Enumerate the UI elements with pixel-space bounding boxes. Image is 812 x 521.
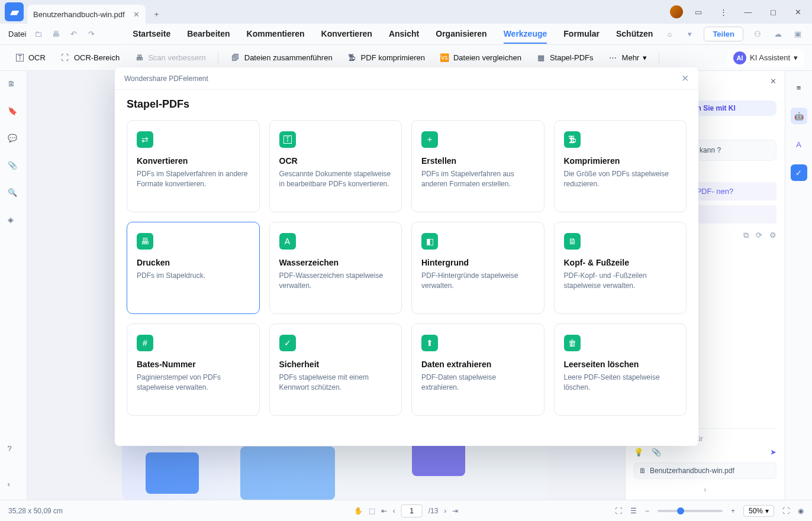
bulb-icon[interactable]: ☼	[663, 28, 675, 40]
panel-icon[interactable]: ▭	[689, 2, 708, 21]
tab-werkzeuge[interactable]: Werkzeuge	[504, 25, 547, 44]
batch-card-daten-extrahieren[interactable]: ⬆Daten extrahierenPDF-Daten stapelweise …	[411, 323, 544, 416]
document-tab[interactable]: Benutzerhandbuch-win.pdf ✕	[27, 5, 146, 24]
batch-card-hintergrund[interactable]: ◧HintergrundPDF-Hintergründe stapelweise…	[411, 222, 544, 314]
box-icon[interactable]: ▣	[792, 28, 804, 40]
ai-chat-icon[interactable]: 🤖	[791, 108, 807, 124]
redo-icon[interactable]: ↷	[85, 28, 97, 40]
modal-close-icon[interactable]: ✕	[681, 73, 689, 84]
card-desc: PDFs im Stapelverfahren aus anderen Form…	[421, 169, 534, 189]
print-icon[interactable]: 🖶	[50, 28, 62, 40]
search-nav-icon[interactable]: 🔍	[8, 188, 20, 200]
zoom-slider[interactable]	[658, 510, 723, 512]
batch-card-sicherheit[interactable]: ✓SicherheitPDFs stapelweise mit einem Ke…	[269, 323, 402, 416]
titlebar: ▰ Benutzerhandbuch-win.pdf ✕ ＋ ▭ ⋮ — ◻ ✕	[0, 0, 812, 24]
card-desc: Paginierstempel von PDFs stapelweise ver…	[137, 373, 250, 393]
bookmarks-icon[interactable]: 🔖	[8, 106, 20, 118]
prev-page-icon[interactable]: ‹	[393, 507, 395, 515]
page-dimensions: 35,28 x 50,09 cm	[8, 507, 63, 515]
ai-file-chip[interactable]: 🗎 Benutzerhandbuch-win.pdf	[634, 462, 776, 479]
card-icon: ＋	[421, 131, 438, 148]
share-button[interactable]: Teilen	[704, 27, 743, 41]
zoom-out-icon[interactable]: −	[645, 507, 649, 515]
batch-card-erstellen[interactable]: ＋ErstellenPDFs im Stapelverfahren aus an…	[411, 120, 544, 212]
fullscreen-icon[interactable]: ⛶	[782, 507, 790, 515]
card-title: Sicherheit	[279, 360, 392, 369]
add-tab-button[interactable]: ＋	[148, 6, 165, 22]
card-title: Leerseiten löschen	[564, 360, 677, 369]
card-desc: PDF-Kopf- und -Fußzeilen stapelweise ver…	[564, 271, 677, 291]
copy-icon[interactable]: ⧉	[743, 231, 749, 240]
translate-icon[interactable]: A	[791, 136, 807, 153]
sliders-icon[interactable]: ≡	[791, 79, 807, 96]
close-icon[interactable]: ✕	[788, 2, 807, 21]
send-icon[interactable]: ➤	[770, 448, 776, 457]
bulb-icon[interactable]: 💡	[634, 448, 643, 457]
card-desc: PDFs im Stapelverfahren in andere Format…	[137, 169, 250, 189]
comments-icon[interactable]: 💬	[8, 134, 20, 145]
history-icon[interactable]: ⟳	[756, 231, 762, 240]
card-desc: PDF-Hintergründe stapelweise verwalten.	[421, 271, 534, 291]
cloud-icon[interactable]: ☁	[772, 28, 784, 40]
tab-formular[interactable]: Formular	[563, 25, 600, 44]
batch-card-konvertieren[interactable]: ⇄KonvertierenPDFs im Stapelverfahren in …	[127, 120, 260, 212]
ai-collapse-right[interactable]: ›	[634, 485, 776, 494]
card-title: Bates-Nummer	[137, 360, 250, 369]
attach-icon[interactable]: 📎	[652, 448, 661, 457]
tab-ansicht[interactable]: Ansicht	[389, 25, 419, 44]
batch-card-ocr[interactable]: 🅃OCRGescannte Dokumente stapelweise in b…	[269, 120, 402, 212]
tab-organisieren[interactable]: Organisieren	[436, 25, 486, 44]
more-button[interactable]: ⋯Mehr ▾	[602, 50, 653, 66]
tab-konvertieren[interactable]: Konvertieren	[321, 25, 372, 44]
merge-button[interactable]: 🗐Dateien zusammenführen	[224, 50, 339, 66]
fit-icon[interactable]: ⛶	[615, 507, 622, 515]
zoom-select[interactable]: 50%▾	[743, 505, 774, 517]
zoom-in-icon[interactable]: +	[731, 507, 735, 515]
kebab-icon[interactable]: ⋮	[714, 2, 733, 21]
ai-assistant-button[interactable]: AI KI Assistent▾	[727, 49, 804, 67]
batch-card-komprimieren[interactable]: 🗜KomprimierenDie Größe von PDFs stapelwe…	[554, 120, 687, 212]
minimize-icon[interactable]: —	[739, 2, 758, 21]
share-icon[interactable]: ⚇	[752, 28, 763, 40]
avatar[interactable]	[670, 5, 683, 18]
attachments-icon[interactable]: 📎	[8, 161, 20, 173]
read-mode-icon[interactable]: ◉	[798, 507, 804, 515]
next-page-icon[interactable]: ›	[444, 507, 446, 515]
card-icon: ⬆	[421, 335, 438, 351]
collapse-left-icon[interactable]: ‹	[8, 480, 20, 491]
ocr-area-button[interactable]: ⛶OCR-Bereich	[54, 50, 125, 66]
page-input[interactable]: 1	[401, 504, 423, 517]
dropdown-icon[interactable]: ▾	[684, 28, 695, 40]
batch-card-kopf-fu-zeile[interactable]: 🗎Kopf- & FußzeilePDF-Kopf- und -Fußzeile…	[554, 222, 687, 314]
undo-icon[interactable]: ↶	[67, 28, 79, 40]
batch-card-leerseiten-l-schen[interactable]: 🗑Leerseiten löschenLeere PDF-Seiten stap…	[554, 323, 687, 416]
hand-tool-icon[interactable]: ✋	[354, 507, 363, 515]
batch-card-bates-nummer[interactable]: #Bates-NummerPaginierstempel von PDFs st…	[127, 323, 260, 416]
ai-close-icon[interactable]: ✕	[770, 77, 776, 86]
batch-button[interactable]: ▦Stapel-PDFs	[530, 50, 600, 66]
batch-card-wasserzeichen[interactable]: AWasserzeichenPDF-Wasserzeichen stapelwe…	[269, 222, 402, 314]
help-icon[interactable]: ?	[8, 444, 20, 456]
save-icon[interactable]: 🗀	[32, 28, 44, 40]
tab-kommentieren[interactable]: Kommentieren	[247, 25, 305, 44]
tab-startseite[interactable]: Startseite	[133, 25, 170, 44]
check-icon[interactable]: ✓	[791, 164, 807, 181]
last-page-icon[interactable]: ⇥	[452, 507, 458, 515]
close-tab-icon[interactable]: ✕	[133, 10, 140, 19]
batch-card-drucken[interactable]: 🖶DruckenPDFs im Stapeldruck.	[127, 222, 260, 314]
settings-icon[interactable]: ⚙	[769, 231, 776, 240]
thumbnails-icon[interactable]: 🗎	[8, 79, 20, 91]
tab-bearbeiten[interactable]: Bearbeiten	[187, 25, 230, 44]
tab-schuetzen[interactable]: Schützen	[616, 25, 653, 44]
card-title: Erstellen	[421, 156, 534, 166]
first-page-icon[interactable]: ⇤	[381, 507, 387, 515]
file-menu[interactable]: Datei	[8, 30, 26, 38]
maximize-icon[interactable]: ◻	[763, 2, 782, 21]
layers-icon[interactable]: ◈	[8, 215, 20, 227]
ocr-button[interactable]: 🅃OCR	[8, 50, 51, 66]
compress-button[interactable]: 🗜PDF komprimieren	[341, 50, 431, 66]
compare-button[interactable]: 🆚Dateien vergleichen	[433, 50, 527, 66]
layout-icon[interactable]: ☰	[630, 507, 637, 515]
separator	[659, 51, 659, 65]
select-tool-icon[interactable]: ⬚	[369, 507, 375, 515]
